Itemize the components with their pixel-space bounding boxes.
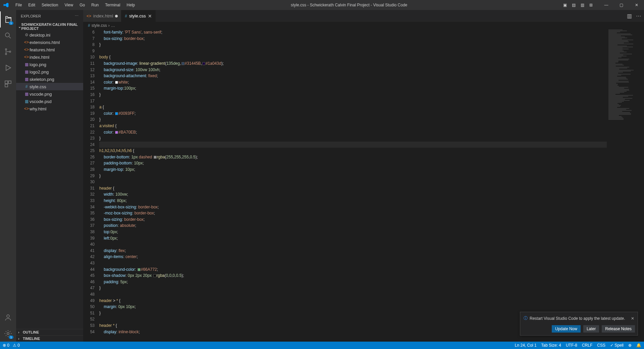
explorer-badge: 1 bbox=[9, 21, 13, 25]
maximize-icon[interactable]: ▢ bbox=[614, 0, 629, 10]
titlebar: FileEditSelectionViewGoRunTerminalHelp s… bbox=[0, 0, 644, 10]
file-item[interactable]: ⚙desktop.ini bbox=[16, 31, 83, 39]
editor-tab[interactable]: <>index.html bbox=[83, 10, 121, 22]
menu-edit[interactable]: Edit bbox=[25, 1, 38, 9]
close-icon[interactable]: ✕ bbox=[629, 0, 644, 10]
status-item[interactable]: 🔔 bbox=[636, 343, 641, 348]
menu-bar: FileEditSelectionViewGoRunTerminalHelp bbox=[12, 1, 138, 9]
sidebar-header: EXPLORER ⋯ bbox=[16, 10, 83, 22]
toggle-secondary-sidebar-icon[interactable]: ▥ bbox=[578, 0, 587, 10]
editor-tab[interactable]: #style.css✕ bbox=[121, 10, 156, 22]
file-name: skeleton.png bbox=[30, 77, 54, 82]
file-icon: <> bbox=[23, 47, 30, 52]
file-icon: # bbox=[23, 84, 30, 89]
editor[interactable]: 6789101112131415161718192021222324252627… bbox=[83, 29, 644, 342]
scrollbar[interactable] bbox=[639, 29, 644, 342]
file-name: style.css bbox=[30, 84, 46, 89]
tab-close-icon[interactable]: ✕ bbox=[148, 13, 152, 19]
file-name: vscode.psd bbox=[30, 99, 52, 104]
source-control-icon[interactable] bbox=[0, 44, 16, 60]
window-controls: — ▢ ✕ bbox=[599, 0, 644, 10]
file-item[interactable]: ▦logo2.png bbox=[16, 68, 83, 76]
settings-badge: 1 bbox=[9, 336, 13, 339]
file-icon: ▦ bbox=[23, 77, 30, 82]
svg-rect-6 bbox=[5, 84, 8, 87]
file-list: ⚙desktop.ini<>extensions.html<>features.… bbox=[16, 31, 83, 329]
file-item[interactable]: <>index.html bbox=[16, 53, 83, 61]
file-name: index.html bbox=[30, 55, 49, 60]
minimap[interactable] bbox=[607, 29, 639, 342]
file-item[interactable]: ▦logo.png bbox=[16, 61, 83, 68]
menu-file[interactable]: File bbox=[13, 1, 24, 9]
notification-button[interactable]: Update Now bbox=[552, 325, 581, 333]
tab-file-icon: # bbox=[125, 14, 127, 18]
menu-terminal[interactable]: Terminal bbox=[102, 1, 123, 9]
main-area: 1 1 EXPLORER ⋯ ⌄ SCHWICKERATH CAL bbox=[0, 10, 644, 342]
file-item[interactable]: ▦vscode.png bbox=[16, 90, 83, 98]
file-icon: ▦ bbox=[23, 69, 30, 74]
extensions-icon[interactable] bbox=[0, 76, 16, 92]
file-icon: ⚙ bbox=[23, 33, 30, 37]
file-name: desktop.ini bbox=[30, 33, 50, 38]
tab-label: index.html bbox=[93, 13, 113, 18]
status-item[interactable]: UTF-8 bbox=[566, 343, 577, 348]
dirty-indicator-icon bbox=[115, 15, 118, 17]
svg-point-7 bbox=[7, 315, 9, 317]
search-icon[interactable] bbox=[0, 28, 16, 44]
notification-button[interactable]: Release Notes bbox=[602, 325, 635, 333]
notification-close-icon[interactable]: ✕ bbox=[631, 316, 634, 321]
menu-help[interactable]: Help bbox=[124, 1, 138, 9]
css-file-icon: # bbox=[88, 23, 90, 28]
timeline-section[interactable]: ›TIMELINE bbox=[16, 335, 83, 342]
status-item[interactable]: Ln 24, Col 1 bbox=[515, 343, 537, 348]
sidebar-more-icon[interactable]: ⋯ bbox=[75, 14, 78, 18]
status-item[interactable]: ✓ Spell bbox=[610, 343, 624, 348]
minimize-icon[interactable]: — bbox=[599, 0, 614, 10]
status-bar: ⊗ 0⚠ 0 Ln 24, Col 1Tab Size: 4UTF-8CRLFC… bbox=[0, 342, 644, 349]
menu-run[interactable]: Run bbox=[89, 1, 101, 9]
notification-message: Restart Visual Studio Code to apply the … bbox=[530, 316, 625, 321]
tab-label: style.css bbox=[129, 13, 146, 18]
file-icon: ▦ bbox=[23, 62, 30, 67]
chevron-down-icon: ⌄ bbox=[18, 24, 21, 29]
file-name: extensions.html bbox=[30, 40, 60, 45]
file-name: features.html bbox=[30, 47, 55, 52]
breadcrumb[interactable]: # style.css › … bbox=[83, 22, 644, 29]
tabs-actions: ▥ ⋯ bbox=[624, 10, 644, 22]
menu-view[interactable]: View bbox=[62, 1, 76, 9]
outline-section[interactable]: ›OUTLINE bbox=[16, 329, 83, 335]
file-item[interactable]: ▦skeleton.png bbox=[16, 76, 83, 83]
status-item[interactable]: Tab Size: 4 bbox=[541, 343, 561, 348]
status-item[interactable]: CSS bbox=[597, 343, 605, 348]
toggle-primary-sidebar-icon[interactable]: ▣ bbox=[560, 0, 569, 10]
file-item[interactable]: ▦vscode.psd bbox=[16, 98, 83, 105]
status-item[interactable]: ⊕ bbox=[628, 343, 632, 348]
run-debug-icon[interactable] bbox=[0, 60, 16, 76]
file-icon: <> bbox=[23, 40, 30, 45]
split-editor-icon[interactable]: ▥ bbox=[627, 13, 632, 19]
toggle-panel-icon[interactable]: ▤ bbox=[569, 0, 578, 10]
status-item[interactable]: CRLF bbox=[582, 343, 592, 348]
settings-gear-icon[interactable]: 1 bbox=[0, 326, 16, 342]
file-name: vscode.png bbox=[30, 92, 52, 97]
status-item[interactable]: ⊗ 0 bbox=[3, 343, 9, 348]
customize-layout-icon[interactable]: ⊞ bbox=[587, 0, 595, 10]
file-icon: ▦ bbox=[23, 99, 30, 104]
explorer-icon[interactable]: 1 bbox=[0, 11, 16, 28]
file-item[interactable]: <>features.html bbox=[16, 46, 83, 53]
menu-go[interactable]: Go bbox=[77, 1, 88, 9]
svg-point-3 bbox=[9, 51, 11, 52]
more-actions-icon[interactable]: ⋯ bbox=[636, 13, 641, 19]
notification-button[interactable]: Later bbox=[583, 325, 599, 333]
accounts-icon[interactable] bbox=[0, 309, 16, 326]
file-item[interactable]: <>extensions.html bbox=[16, 39, 83, 46]
sidebar-title: EXPLORER bbox=[21, 14, 41, 18]
folder-header[interactable]: ⌄ SCHWICKERATH CALVIN FINAL PROJECT bbox=[16, 22, 83, 31]
file-icon: <> bbox=[23, 55, 30, 59]
menu-selection[interactable]: Selection bbox=[39, 1, 61, 9]
file-item[interactable]: #style.css bbox=[16, 83, 83, 90]
activity-bar: 1 1 bbox=[0, 10, 16, 342]
file-item[interactable]: <>why.html bbox=[16, 105, 83, 112]
status-item[interactable]: ⚠ 0 bbox=[13, 343, 20, 348]
code-content[interactable]: font-family: 'PT Sans', sans-serif; box-… bbox=[99, 29, 607, 342]
